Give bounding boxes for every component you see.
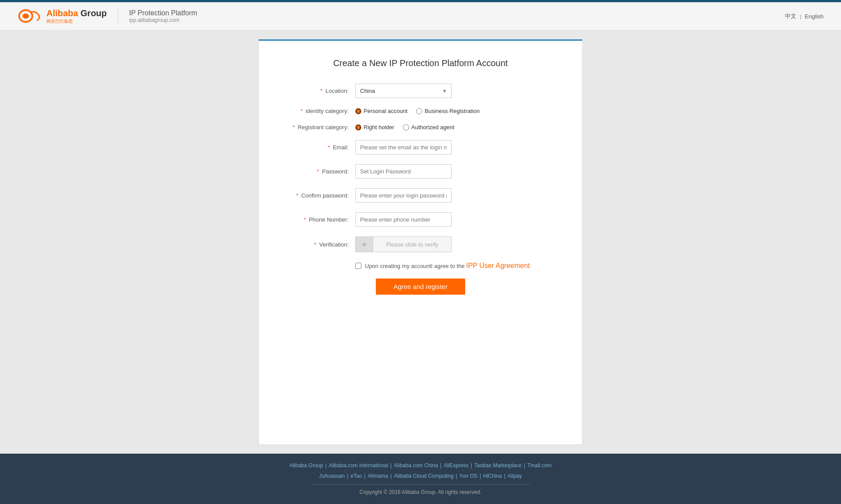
header: Alibaba Group 网里巴巴集团 IP Protection Platf… [0, 2, 841, 31]
verification-field-wrapper: » Please slide to verify [355, 236, 556, 252]
location-select-wrapper: China United States Other ▼ [355, 84, 452, 98]
ipp-agreement-link[interactable]: IPP User Agreement [466, 262, 530, 269]
lang-chinese-link[interactable]: 中文 [785, 12, 796, 20]
footer-link-alibaba-cloud[interactable]: Alibaba Cloud Computing [394, 473, 453, 479]
phone-required-star: * [304, 216, 306, 223]
registrant-right-holder-option[interactable]: Right holder [355, 124, 394, 130]
location-select[interactable]: China United States Other [355, 84, 452, 98]
platform-url: ipp.alibabagroup.com [129, 17, 197, 23]
email-field-wrapper [355, 140, 556, 155]
identity-label: * identity category: [285, 108, 355, 114]
footer-copyright: Copyright © 2018 Alibaba Group. All righ… [18, 489, 823, 495]
password-label: * Password: [285, 168, 355, 175]
footer-link-alipay[interactable]: Alipay [508, 473, 522, 479]
location-label: * Location: [285, 88, 355, 94]
verification-slider[interactable]: » Please slide to verify [355, 236, 452, 252]
slider-chevron-icon: » [362, 240, 366, 248]
footer-divider [311, 484, 530, 485]
registrant-authorized-agent-radio[interactable] [403, 124, 409, 130]
verification-required-star: * [314, 241, 316, 248]
logo-group: Group [81, 8, 107, 18]
footer-link-alibaba-china[interactable]: Alibaba.com China [394, 462, 438, 469]
verification-row: * Verification: » Please slide to verify [285, 236, 556, 252]
footer-link-etao[interactable]: eTao [350, 473, 362, 479]
verification-slider-text: Please slide to verify [373, 241, 451, 248]
email-row: * Email: [285, 140, 556, 155]
footer-link-aliexpress[interactable]: AliExpress [444, 462, 469, 469]
agreement-row: Upon creating my accountI agree to the I… [355, 262, 556, 270]
phone-input[interactable] [355, 212, 452, 227]
footer-link-alimama[interactable]: Alimama [367, 473, 388, 479]
identity-required-star: * [300, 108, 303, 114]
agreement-checkbox[interactable] [355, 263, 361, 269]
identity-business-label: Business Registration [424, 108, 480, 114]
email-label: * Email: [285, 144, 355, 151]
logo-area: Alibaba Group 网里巴巴集团 IP Protection Platf… [18, 7, 197, 25]
password-row: * Password: [285, 164, 556, 179]
phone-label: * Phone Number: [285, 216, 355, 223]
footer-link-alibaba-international[interactable]: Alibaba.com International [329, 462, 388, 469]
registrant-authorized-agent-option[interactable]: Authorized agent [403, 124, 454, 130]
register-button[interactable]: Agree and register [376, 278, 465, 295]
main-content: Create a New IP Protection Platform Acco… [0, 31, 841, 454]
footer-link-alibaba-group[interactable]: Alibaba Group [290, 462, 323, 469]
footer-link-taobao[interactable]: Taobao Marketplace [474, 462, 522, 469]
footer-link-tmall[interactable]: Tmall.com [527, 462, 551, 469]
platform-info: IP Protection Platform ipp.alibabagroup.… [129, 9, 197, 23]
footer: Alibaba Group | Alibaba.com Internationa… [0, 454, 841, 504]
identity-field: Personal account Business Registration [355, 108, 556, 114]
footer-link-hichina[interactable]: HiChina [483, 473, 502, 479]
registrant-right-holder-label: Right holder [364, 124, 394, 130]
verification-label: * Verification: [285, 241, 355, 248]
register-btn-row: Agree and register [285, 278, 556, 295]
phone-row: * Phone Number: [285, 212, 556, 227]
footer-link-yun-os[interactable]: Yun OS [459, 473, 477, 479]
form-container: Create a New IP Protection Platform Acco… [258, 39, 583, 445]
registrant-field: Right holder Authorized agent [355, 124, 556, 130]
phone-field-wrapper [355, 212, 556, 227]
identity-personal-label: Personal account [364, 108, 407, 114]
location-field: China United States Other ▼ [355, 84, 556, 98]
confirm-password-field-wrapper [355, 188, 556, 203]
logo-alibaba: Alibaba [46, 8, 78, 18]
slider-handle[interactable]: » [356, 237, 373, 252]
logo-sub: 网里巴巴集团 [46, 18, 107, 25]
registrant-required-star: * [293, 124, 295, 130]
identity-row: * identity category: Personal account Bu… [285, 108, 556, 114]
confirm-password-row: * Confirm password: [285, 188, 556, 203]
location-required-star: * [321, 88, 323, 94]
registrant-label: * Registrant category: [285, 124, 355, 130]
header-left: Alibaba Group 网里巴巴集团 IP Protection Platf… [18, 7, 197, 25]
password-required-star: * [317, 168, 319, 175]
footer-link-juhuasuan[interactable]: Juhuasuan [319, 473, 345, 479]
alibaba-logo-icon [18, 7, 44, 25]
logo-text-block: Alibaba Group 网里巴巴集团 [46, 8, 107, 25]
confirm-password-label: * Confirm password: [285, 192, 355, 199]
password-field-wrapper [355, 164, 556, 179]
lang-separator: | [800, 13, 801, 20]
logo-divider [118, 9, 118, 24]
registrant-row: * Registrant category: Right holder Auth… [285, 124, 556, 130]
platform-title: IP Protection Platform [129, 9, 197, 17]
lang-english-link[interactable]: English [805, 13, 823, 20]
identity-business-option[interactable]: Business Registration [416, 108, 480, 114]
agreement-text: Upon creating my accountI agree to the [365, 263, 466, 269]
form-title: Create a New IP Protection Platform Acco… [285, 58, 556, 68]
identity-radio-group: Personal account Business Registration [355, 108, 556, 114]
identity-business-radio[interactable] [416, 108, 422, 114]
identity-personal-radio[interactable] [355, 108, 361, 114]
confirm-password-required-star: * [296, 192, 298, 199]
header-right: 中文 | English [785, 12, 823, 20]
registrant-authorized-agent-label: Authorized agent [411, 124, 454, 130]
footer-links-row1: Alibaba Group | Alibaba.com Internationa… [18, 462, 823, 469]
identity-personal-option[interactable]: Personal account [355, 108, 407, 114]
agreement-text-wrapper: Upon creating my accountI agree to the I… [365, 262, 530, 270]
email-required-star: * [328, 144, 330, 151]
registrant-radio-group: Right holder Authorized agent [355, 124, 556, 130]
email-input[interactable] [355, 140, 452, 155]
svg-point-1 [22, 14, 29, 19]
footer-links-row2: Juhuasuan | eTao | Alimama | Alibaba Clo… [18, 473, 823, 479]
registrant-right-holder-radio[interactable] [355, 124, 361, 130]
password-input[interactable] [355, 164, 452, 179]
confirm-password-input[interactable] [355, 188, 452, 203]
